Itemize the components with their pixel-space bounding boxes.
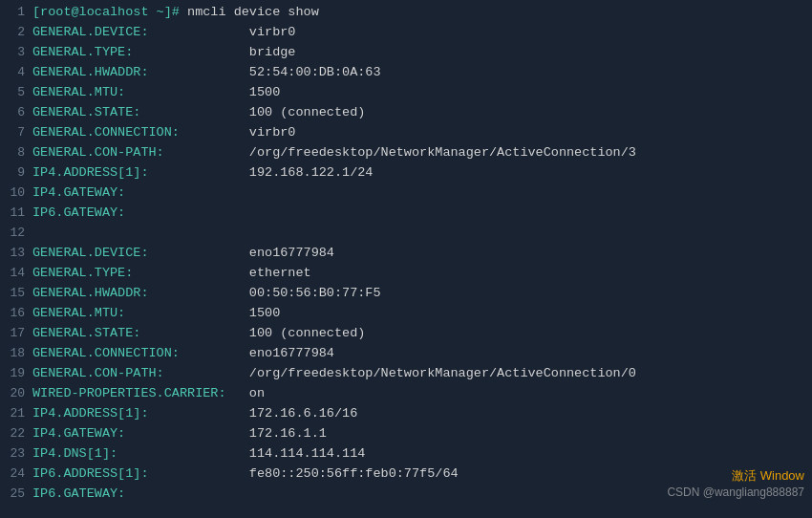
line-number: 22 — [4, 423, 32, 443]
line-number: 21 — [4, 403, 32, 423]
value-text: 52:54:00:DB:0A:63 — [249, 65, 381, 79]
terminal-line: 10IP4.GATEWAY: — [0, 183, 812, 203]
line-content-keyval: IP4.DNS[1]: 114.114.114.114 — [32, 443, 808, 464]
key-label: GENERAL.TYPE: — [32, 45, 249, 59]
key-label: IP4.GATEWAY: — [32, 185, 249, 200]
value-text: on — [249, 386, 265, 400]
line-content-keyval: GENERAL.STATE: 100 (connected) — [32, 323, 808, 343]
value-text: ethernet — [249, 266, 311, 280]
value-text: virbr0 — [249, 125, 296, 140]
line-content-keyval: IP4.GATEWAY: — [32, 183, 808, 203]
key-label: GENERAL.HWADDR: — [32, 65, 249, 79]
value-text: virbr0 — [249, 25, 296, 39]
line-number: 4 — [4, 62, 32, 82]
line-content-keyval: GENERAL.CON-PATH: /org/freedesktop/Netwo… — [32, 142, 808, 162]
terminal-line: 1[root@localhost ~]# nmcli device show — [0, 2, 812, 22]
value-text: 114.114.114.114 — [249, 446, 366, 461]
terminal-line: 16GENERAL.MTU: 1500 — [0, 303, 812, 323]
terminal-line: 23IP4.DNS[1]: 114.114.114.114 — [0, 443, 812, 464]
line-content-keyval: GENERAL.TYPE: ethernet — [32, 263, 808, 283]
key-label: IP4.ADDRESS[1]: — [32, 406, 249, 421]
terminal-line: 6GENERAL.STATE: 100 (connected) — [0, 102, 812, 122]
terminal-line: 15GENERAL.HWADDR: 00:50:56:B0:77:F5 — [0, 283, 812, 303]
value-text: 172.16.1.1 — [249, 426, 327, 441]
key-label: WIRED-PROPERTIES.CARRIER: — [32, 386, 249, 400]
line-content-keyval: GENERAL.CONNECTION: eno16777984 — [32, 343, 808, 363]
terminal-line: 20WIRED-PROPERTIES.CARRIER: on — [0, 383, 812, 403]
line-content-keyval: GENERAL.MTU: 1500 — [32, 82, 808, 102]
line-content-keyval: GENERAL.TYPE: bridge — [32, 42, 808, 62]
command-text: nmcli device show — [187, 5, 319, 19]
terminal-line: 11IP6.GATEWAY: — [0, 203, 812, 223]
key-label: GENERAL.HWADDR: — [32, 286, 249, 300]
line-content-keyval: GENERAL.MTU: 1500 — [32, 303, 808, 323]
line-content-keyval: WIRED-PROPERTIES.CARRIER: on — [32, 383, 808, 403]
line-number: 19 — [4, 363, 32, 383]
terminal-line: 22IP4.GATEWAY: 172.16.1.1 — [0, 423, 812, 443]
terminal-line: 14GENERAL.TYPE: ethernet — [0, 263, 812, 283]
value-text: 1500 — [249, 306, 280, 320]
key-label: IP6.GATEWAY: — [32, 486, 249, 501]
line-content-keyval: GENERAL.CONNECTION: virbr0 — [32, 122, 808, 142]
value-text: fe80::250:56ff:feb0:77f5/64 — [249, 466, 459, 481]
value-text: 192.168.122.1/24 — [249, 165, 374, 180]
value-text: 00:50:56:B0:77:F5 — [249, 286, 381, 300]
watermark-title: 激活 Window — [667, 467, 804, 485]
line-number: 7 — [4, 122, 32, 142]
key-label: GENERAL.CON-PATH: — [32, 366, 249, 380]
line-number: 2 — [4, 22, 32, 42]
line-content-keyval: IP6.GATEWAY: — [32, 203, 808, 223]
prompt: [root@localhost ~]# — [32, 5, 187, 19]
terminal-line: 12 — [0, 223, 812, 243]
terminal-line: 8GENERAL.CON-PATH: /org/freedesktop/Netw… — [0, 142, 812, 162]
terminal-line: 21IP4.ADDRESS[1]: 172.16.6.16/16 — [0, 403, 812, 423]
terminal: 1[root@localhost ~]# nmcli device show2G… — [0, 0, 812, 518]
line-number: 14 — [4, 263, 32, 283]
value-text: /org/freedesktop/NetworkManager/ActiveCo… — [249, 366, 636, 380]
terminal-line: 13GENERAL.DEVICE: eno16777984 — [0, 243, 812, 263]
key-label: GENERAL.STATE: — [32, 326, 249, 340]
key-label: GENERAL.MTU: — [32, 306, 249, 320]
watermark: 激活 Window CSDN @wangliang888887 — [667, 467, 804, 501]
value-text: 172.16.6.16/16 — [249, 406, 357, 421]
value-text: 100 (connected) — [249, 105, 366, 119]
key-label: GENERAL.DEVICE: — [32, 246, 249, 260]
line-number: 12 — [4, 223, 32, 243]
key-label: GENERAL.MTU: — [32, 85, 249, 99]
value-text: 100 (connected) — [249, 326, 366, 340]
key-label: IP6.ADDRESS[1]: — [32, 466, 249, 481]
line-content-keyval: GENERAL.STATE: 100 (connected) — [32, 102, 808, 122]
key-label: GENERAL.CONNECTION: — [32, 125, 249, 140]
value-text: bridge — [249, 45, 296, 59]
watermark-subtitle: CSDN @wangliang888887 — [667, 485, 804, 501]
key-label: GENERAL.TYPE: — [32, 266, 249, 280]
terminal-line: 7GENERAL.CONNECTION: virbr0 — [0, 122, 812, 142]
line-content-keyval: GENERAL.HWADDR: 00:50:56:B0:77:F5 — [32, 283, 808, 303]
terminal-line: 4GENERAL.HWADDR: 52:54:00:DB:0A:63 — [0, 62, 812, 82]
line-number: 5 — [4, 82, 32, 102]
value-text: eno16777984 — [249, 246, 334, 260]
key-label: GENERAL.CONNECTION: — [32, 346, 249, 360]
line-content-keyval: IP4.ADDRESS[1]: 172.16.6.16/16 — [32, 403, 808, 423]
line-content-keyval: IP4.GATEWAY: 172.16.1.1 — [32, 423, 808, 443]
key-label: GENERAL.DEVICE: — [32, 25, 249, 39]
line-number: 16 — [4, 303, 32, 323]
line-number: 10 — [4, 183, 32, 203]
line-number: 15 — [4, 283, 32, 303]
line-content-keyval: GENERAL.HWADDR: 52:54:00:DB:0A:63 — [32, 62, 808, 82]
value-text: /org/freedesktop/NetworkManager/ActiveCo… — [249, 145, 636, 160]
terminal-line: 2GENERAL.DEVICE: virbr0 — [0, 22, 812, 42]
terminal-line: 9IP4.ADDRESS[1]: 192.168.122.1/24 — [0, 162, 812, 183]
key-label: IP4.ADDRESS[1]: — [32, 165, 249, 180]
line-number: 8 — [4, 142, 32, 162]
key-label: IP4.GATEWAY: — [32, 426, 249, 441]
line-number: 13 — [4, 243, 32, 263]
line-number: 24 — [4, 464, 32, 484]
line-number: 20 — [4, 383, 32, 403]
line-number: 9 — [4, 162, 32, 183]
line-number: 25 — [4, 484, 32, 504]
key-label: GENERAL.CON-PATH: — [32, 145, 249, 160]
terminal-line: 3GENERAL.TYPE: bridge — [0, 42, 812, 62]
line-content-keyval: GENERAL.DEVICE: virbr0 — [32, 22, 808, 42]
line-number: 1 — [4, 2, 32, 22]
